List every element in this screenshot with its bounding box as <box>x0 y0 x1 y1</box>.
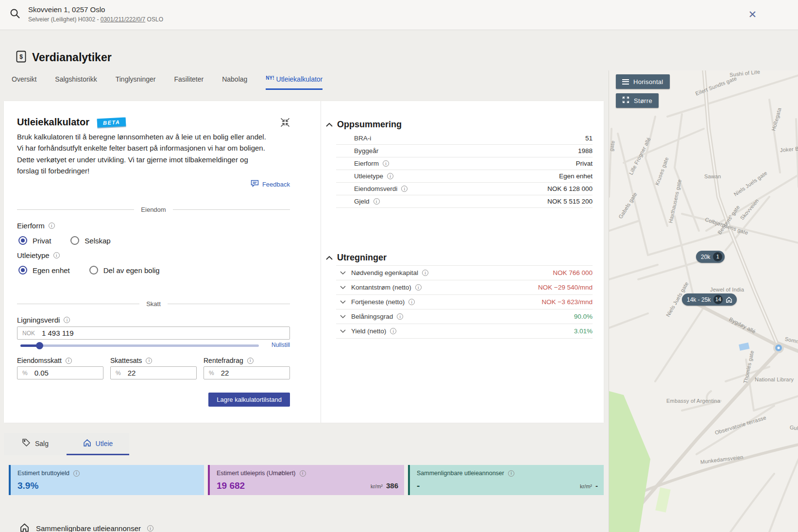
ligningsverdi-field[interactable] <box>41 328 285 338</box>
search-icon <box>10 8 20 21</box>
results-pane: Oppsummering BRA-i51 Byggeår1988 Eierfor… <box>321 101 604 423</box>
calculator-card: Utleiekalkulator BETA Bruk kalkulatoren … <box>4 101 604 423</box>
radio-unselected-icon <box>70 236 79 245</box>
calculations-table: Nødvendig egenkapital NOK 766 000 Kontan… <box>336 265 593 339</box>
hamburger-icon <box>622 78 629 86</box>
bruttoyield-value: 3.9% <box>17 481 38 491</box>
info-icon[interactable] <box>49 223 55 229</box>
chevron-down-icon[interactable] <box>336 300 351 304</box>
section-divider-eiendom: Eiendom <box>17 206 290 213</box>
radio-privat[interactable]: Privat <box>18 236 51 245</box>
summary-section-header[interactable]: Oppsummering <box>326 120 402 130</box>
tag-icon <box>22 438 31 448</box>
ligningsverdi-slider: Nullstill <box>17 341 290 350</box>
radio-unselected-icon <box>89 266 98 275</box>
top-header-bar: Skovveien 1, 0257 Oslo Selveier (Leiligh… <box>0 0 798 30</box>
chevron-up-icon <box>326 256 333 260</box>
feedback-link[interactable]: Feedback <box>251 180 290 189</box>
info-icon[interactable] <box>387 173 393 179</box>
info-icon[interactable] <box>374 198 380 205</box>
calculation-row: Kontantstrøm (netto) NOK −29 540/mnd <box>336 280 593 295</box>
marker-count-badge: 14 <box>713 295 723 304</box>
property-subtitle: Selveier (Leilighet) H0302 - 0301/211/22… <box>28 16 163 23</box>
tab-fasiliteter[interactable]: Fasiliteter <box>174 75 204 90</box>
chevron-down-icon[interactable] <box>336 285 351 290</box>
info-icon[interactable] <box>147 525 153 532</box>
chevron-up-icon <box>326 122 333 127</box>
info-icon[interactable] <box>397 313 403 320</box>
summary-row: EierformPrivat <box>336 157 593 170</box>
radio-del-av-egen-bolig[interactable]: Del av egen bolig <box>89 266 160 275</box>
reset-link[interactable]: Nullstill <box>272 342 290 348</box>
info-icon[interactable] <box>401 186 407 192</box>
skattesats-label: Skattesats <box>110 357 152 364</box>
info-icon[interactable] <box>383 160 389 167</box>
radio-selskap[interactable]: Selskap <box>70 236 110 245</box>
save-calculator-state-button[interactable]: Lagre kalkulatortilstand <box>208 393 290 407</box>
eiendomsskatt-label: Eiendomsskatt <box>17 357 72 364</box>
tab-salgshistorikk[interactable]: Salgshistorikk <box>55 75 97 90</box>
calculation-row: Belåningsgrad 90.0% <box>336 309 593 324</box>
info-icon[interactable] <box>53 252 60 258</box>
info-icon[interactable] <box>415 284 422 291</box>
storre-button[interactable]: Større <box>616 93 659 108</box>
collapse-icon[interactable] <box>280 118 290 129</box>
radio-egen-enhet[interactable]: Egen enhet <box>18 266 70 275</box>
sammenlignbare-value: - <box>417 481 420 491</box>
calculation-row: Nødvendig egenkapital NOK 766 000 <box>336 266 593 280</box>
info-icon[interactable] <box>64 317 70 323</box>
skattesats-field[interactable] <box>127 368 191 378</box>
rentefradrag-input[interactable]: % <box>204 366 290 379</box>
info-icon[interactable] <box>390 328 396 334</box>
summary-row: GjeldNOK 5 515 200 <box>336 195 593 208</box>
calculator-form: Utleiekalkulator BETA Bruk kalkulatoren … <box>17 101 290 423</box>
map-canvas[interactable]: Sushi of LifeEilert Sundts gateHoltegata… <box>609 70 798 532</box>
calculation-row: Yield (netto) 3.01% <box>336 324 593 339</box>
svg-text:$: $ <box>19 53 23 60</box>
property-address-block[interactable]: Skovveien 1, 0257 Oslo Selveier (Leiligh… <box>28 5 163 23</box>
info-icon[interactable] <box>146 358 152 364</box>
chevron-down-icon[interactable] <box>336 271 351 275</box>
ligningsverdi-input[interactable]: NOK <box>17 326 290 340</box>
horisontal-button[interactable]: Horisontal <box>616 74 670 89</box>
tab-utleie[interactable]: Utleie <box>67 433 129 455</box>
map-street-label: Sawan <box>704 173 721 179</box>
radio-selected-icon <box>18 236 27 245</box>
eiendomsskatt-input[interactable]: % <box>17 366 103 379</box>
eiendomsskatt-field[interactable] <box>34 368 98 378</box>
info-icon[interactable] <box>73 470 80 477</box>
info-icon[interactable] <box>66 358 72 364</box>
map-marker-20k[interactable]: 20k 1 <box>696 251 725 263</box>
info-icon[interactable] <box>300 470 306 477</box>
skattesats-input[interactable]: % <box>110 366 197 379</box>
info-icon[interactable] <box>422 270 428 276</box>
tab-oversikt[interactable]: Oversikt <box>12 75 36 90</box>
info-icon[interactable] <box>247 358 254 364</box>
map-marker-14k-25k[interactable]: 14k - 25k 14 <box>682 293 737 306</box>
map-street-label: National Library <box>755 377 794 382</box>
house-icon <box>19 523 30 532</box>
info-icon[interactable] <box>508 470 514 477</box>
house-icon <box>726 296 732 303</box>
tab-nabolag[interactable]: Nabolag <box>222 75 247 90</box>
chevron-down-icon[interactable] <box>336 329 351 333</box>
utleiepris-value: 19 682 <box>217 481 245 491</box>
chevron-down-icon[interactable] <box>336 314 351 319</box>
map-street-label: Jewel of India <box>710 287 744 292</box>
close-icon[interactable]: ✕ <box>748 9 757 20</box>
tab-utleiekalkulator[interactable]: NY!Utleiekalkulator <box>266 75 323 90</box>
slider-thumb[interactable] <box>36 342 43 349</box>
tab-tinglysninger[interactable]: Tinglysninger <box>116 75 156 90</box>
rentefradrag-label: Rentefradrag <box>204 357 254 364</box>
cadastre-link[interactable]: 0301/211/222/0/7 <box>101 16 146 23</box>
slider-track[interactable] <box>20 344 259 347</box>
sammenlignbare-card: Sammenlignbare utleieannonser - kr/m²- <box>408 465 604 495</box>
beta-badge: BETA <box>97 117 126 127</box>
calculations-section-header[interactable]: Utregninger <box>326 253 387 263</box>
page-title: $ Verdianalytiker <box>16 51 112 65</box>
property-address: Skovveien 1, 0257 Oslo <box>28 5 163 14</box>
info-icon[interactable] <box>408 299 415 305</box>
rentefradrag-field[interactable] <box>220 368 285 378</box>
house-icon <box>83 439 91 448</box>
tab-salg[interactable]: Salg <box>4 433 67 455</box>
